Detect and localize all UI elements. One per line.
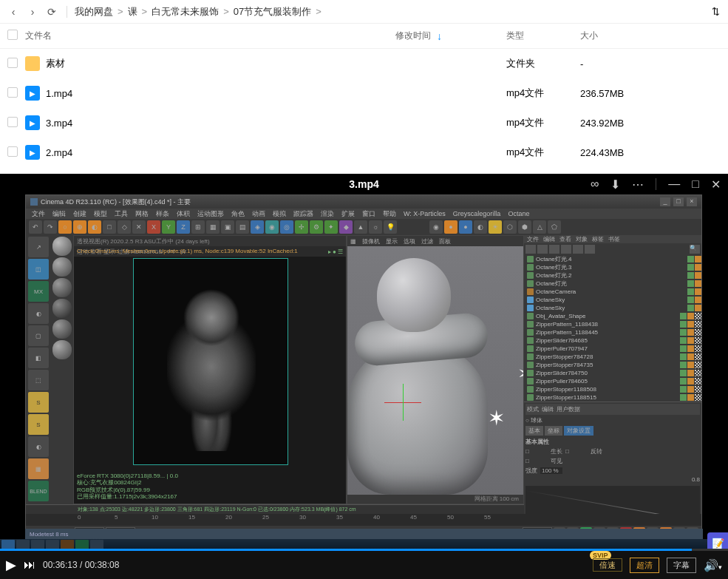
sphere-tool-icon[interactable] xyxy=(52,299,72,318)
axis-y-icon[interactable]: Y xyxy=(162,220,175,234)
tag-icon[interactable] xyxy=(695,256,701,263)
col-size-header[interactable]: 大小 xyxy=(580,30,728,42)
tool-icon[interactable]: ◎ xyxy=(280,220,293,234)
menu-item[interactable]: W: X-Particles xyxy=(404,210,446,217)
menu-item[interactable]: 体积 xyxy=(177,209,190,219)
icon[interactable] xyxy=(585,245,595,254)
light-marker-icon[interactable]: ✶ xyxy=(488,406,505,430)
row-checkbox[interactable] xyxy=(7,146,18,157)
object-row[interactable]: ZipperPattern_1188438 xyxy=(524,320,701,328)
tag-icon[interactable] xyxy=(695,353,701,360)
tag-icon[interactable] xyxy=(687,321,694,328)
win-close-icon[interactable]: × xyxy=(687,197,697,206)
nav-refresh-icon[interactable]: ⟳ xyxy=(44,4,59,19)
tool-icon[interactable]: ◧ xyxy=(28,348,49,368)
panel-tab[interactable]: 书签 xyxy=(608,235,620,243)
tag-icon[interactable] xyxy=(687,272,694,279)
tool-icon[interactable]: ⬢ xyxy=(518,220,531,234)
object-row[interactable]: ZipperStopper1188515 xyxy=(524,393,701,402)
icon[interactable] xyxy=(525,245,536,254)
object-row[interactable]: OctaneSky xyxy=(524,296,701,304)
tag-icon[interactable] xyxy=(695,280,701,287)
viewport-tab[interactable]: 选项 xyxy=(404,237,415,246)
tool-icon[interactable]: ▦ xyxy=(206,220,220,234)
tag-icon[interactable] xyxy=(695,378,701,385)
tag-icon[interactable] xyxy=(687,370,694,376)
tool-icon[interactable]: 💡 xyxy=(384,220,397,234)
tool-icon[interactable]: ↗ xyxy=(28,237,49,257)
tag-icon[interactable] xyxy=(687,329,694,336)
tool-icon[interactable]: ◐ xyxy=(88,220,101,234)
tool-icon[interactable]: ▦ xyxy=(28,458,49,479)
tag-icon[interactable] xyxy=(695,305,701,311)
tag-icon[interactable] xyxy=(687,386,694,393)
axis-z-icon[interactable]: Z xyxy=(177,220,190,234)
tag-icon[interactable] xyxy=(687,264,694,271)
win-max-icon[interactable]: □ xyxy=(673,197,684,206)
quality-button[interactable]: 超清 xyxy=(630,558,659,573)
tag-icon[interactable] xyxy=(695,321,701,328)
table-row[interactable]: 素材 文件夹 - xyxy=(0,49,728,78)
tab[interactable]: 坐标 xyxy=(545,426,562,436)
object-row[interactable]: ZipperStopper784735 xyxy=(524,361,701,369)
share-icon[interactable]: ∞ xyxy=(591,177,599,191)
tag-icon[interactable] xyxy=(687,345,694,352)
tool-icon[interactable]: S xyxy=(28,414,49,435)
object-row[interactable]: ZipperPuller784605 xyxy=(524,377,701,385)
tab[interactable]: 对象设置 xyxy=(564,426,593,436)
tool-icon[interactable]: △ xyxy=(533,220,546,234)
tool-icon[interactable]: ◉ xyxy=(265,220,279,234)
tag-icon[interactable] xyxy=(687,362,694,368)
tag-icon[interactable] xyxy=(680,353,687,360)
menu-item[interactable]: 创建 xyxy=(73,209,86,219)
tool-icon[interactable]: ● xyxy=(459,220,472,234)
panel-tab[interactable]: 标签 xyxy=(592,235,604,243)
tool-icon[interactable]: ✢ xyxy=(295,220,308,234)
nav-back-icon[interactable]: ‹ xyxy=(6,4,21,19)
object-row[interactable]: Octane灯光.2 xyxy=(524,271,701,280)
tag-icon[interactable] xyxy=(680,313,687,319)
object-row[interactable]: ZipperPuller707947 xyxy=(524,345,701,353)
tool-icon[interactable]: ⬡ xyxy=(503,220,517,234)
menu-item[interactable]: 编辑 xyxy=(52,209,66,219)
search-icon[interactable]: 🔍 xyxy=(690,245,700,254)
tag-icon[interactable] xyxy=(687,337,694,344)
redo-icon[interactable]: ↷ xyxy=(44,220,57,234)
tool-icon[interactable]: ◫ xyxy=(28,259,49,280)
tool-icon[interactable]: ▢ xyxy=(28,325,49,346)
crumb[interactable]: 我的网盘 xyxy=(75,5,113,18)
blend-tool-icon[interactable]: BLEND xyxy=(28,481,49,501)
tool-icon[interactable]: ▤ xyxy=(236,220,249,234)
crumb[interactable]: 白无常未来服饰 xyxy=(152,5,219,18)
icon[interactable] xyxy=(561,245,571,254)
menu-item[interactable]: 工具 xyxy=(115,209,128,219)
tag-icon[interactable] xyxy=(680,345,687,352)
render-viewport[interactable]: 透视视图(R) 2020.2.5 R3 ASU工作中 (24 days left… xyxy=(73,235,347,504)
menu-item[interactable]: 扩展 xyxy=(341,209,355,219)
attr-mode[interactable]: 用户数据 xyxy=(557,405,580,413)
menu-item[interactable]: 模拟 xyxy=(273,209,286,219)
play-icon[interactable]: ▶ xyxy=(6,557,16,573)
close-icon[interactable]: ✕ xyxy=(711,177,721,192)
tool-icon[interactable]: S xyxy=(28,392,49,413)
tool-icon[interactable]: ◐ xyxy=(28,436,49,457)
tool-icon[interactable]: ⚙ xyxy=(310,220,323,234)
tag-icon[interactable] xyxy=(680,394,687,401)
sphere-tool-icon[interactable] xyxy=(52,257,72,277)
menu-item[interactable]: 角色 xyxy=(231,209,245,219)
tag-icon[interactable] xyxy=(695,264,701,271)
panel-tab[interactable]: 编辑 xyxy=(543,235,555,243)
tool-icon[interactable]: ⊞ xyxy=(191,220,205,234)
object-row[interactable]: ZipperPattern_1188445 xyxy=(524,328,701,336)
playback-rate-button[interactable]: 倍速 xyxy=(593,558,622,572)
select-all-checkbox[interactable] xyxy=(7,30,18,40)
menu-item[interactable]: 文件 xyxy=(32,209,45,219)
nav-forward-icon[interactable]: › xyxy=(25,4,40,19)
more-icon[interactable]: ⋯ xyxy=(632,177,644,192)
icon[interactable] xyxy=(549,245,559,254)
tag-icon[interactable] xyxy=(695,288,701,295)
transform-gizmo-icon[interactable] xyxy=(384,384,421,421)
tag-icon[interactable] xyxy=(695,337,701,344)
viewport-tab[interactable]: 摄像机 xyxy=(362,237,380,246)
tag-icon[interactable] xyxy=(680,329,687,336)
